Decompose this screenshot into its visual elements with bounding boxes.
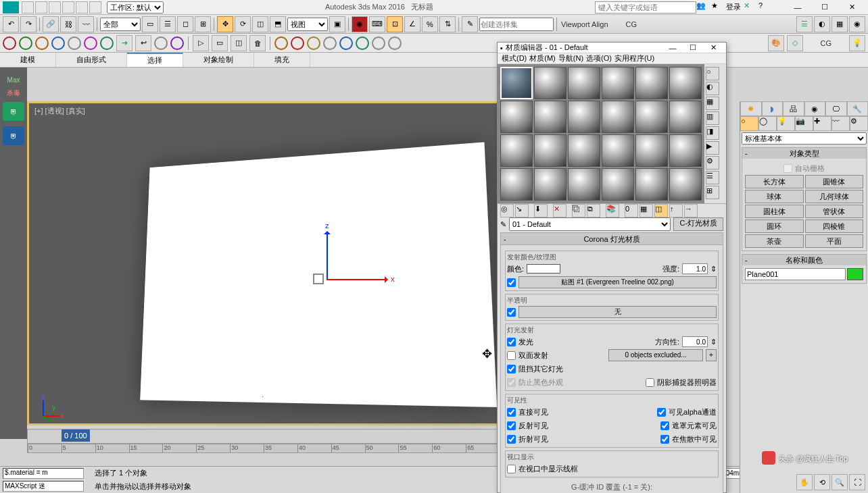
show-end-result-icon[interactable]: ◫ [654,204,668,217]
keyboard-shortcut-icon[interactable]: ⌨ [369,16,385,32]
object-type-header[interactable]: -对象类型 [742,148,866,159]
plugin-icon[interactable] [291,36,304,50]
geometry-type-dropdown[interactable]: 标准基本体 [742,132,867,145]
infocenter-icon[interactable]: 👥 [696,1,708,14]
pyramid-button[interactable]: 四棱锥 [805,219,864,233]
motion-tab-icon[interactable]: ◉ [804,101,826,116]
material-editor-icon[interactable]: ◉ [849,16,865,32]
backlight-icon[interactable]: ◐ [706,82,719,95]
exchange-icon[interactable]: ✕ [744,1,756,14]
material-slot[interactable] [635,101,668,133]
frame-indicator[interactable]: 0 / 100 [62,430,90,442]
material-editor-titlebar[interactable]: ▪ 材质编辑器 - 01 - Default — ☐ ✕ [498,43,726,53]
material-slot[interactable] [669,67,702,99]
plugin-icon[interactable] [170,36,184,50]
render-frame-icon[interactable]: ◇ [787,35,803,51]
rotate-icon[interactable]: ⟳ [235,16,251,32]
plugin-icon[interactable] [100,36,114,50]
material-slot[interactable] [602,67,634,99]
cylinder-button[interactable]: 圆柱体 [745,205,804,218]
region-icon[interactable]: ▭ [212,35,228,51]
ribbon-tab-populate[interactable]: 填充 [254,53,310,67]
sample-uv-icon[interactable]: ▥ [706,111,719,125]
ref-coord-system[interactable]: 视图 [287,18,328,31]
occlude-checkbox[interactable] [507,365,516,373]
get-material-icon[interactable]: ◎ [500,204,514,217]
pick-icon[interactable]: ✎ [500,220,506,229]
plugin-icon[interactable] [388,36,402,50]
material-map-nav-icon[interactable]: ⊞ [706,186,719,199]
open-icon[interactable] [35,1,47,14]
maximize-button[interactable]: ☐ [811,1,838,14]
schematic-icon[interactable]: ▦ [831,16,848,32]
menu-material[interactable]: 材质(M) [529,53,556,63]
gizmo-z-axis[interactable] [327,232,328,279]
material-slot[interactable] [568,67,600,99]
bind-icon[interactable]: 〰 [78,16,94,32]
trash-icon[interactable]: 🗑 [249,35,266,51]
select-by-name-icon[interactable]: ☰ [160,16,176,32]
ribbon-tab-objectpaint[interactable]: 对象绘制 [183,53,254,67]
teapot-button[interactable]: 茶壶 [745,234,804,248]
make-unique-icon[interactable]: ⧉ [587,204,600,217]
shield-blue-icon[interactable]: ⛨ [3,126,24,145]
plugin-icon[interactable] [51,36,65,50]
geosphere-button[interactable]: 几何球体 [805,190,864,203]
cone-button[interactable]: 圆锥体 [805,175,864,188]
background-icon[interactable]: ▦ [706,97,719,110]
save-icon[interactable] [49,1,61,14]
material-slot[interactable] [534,168,566,201]
cameras-icon[interactable]: 📷 [795,116,813,131]
material-slot[interactable] [568,101,600,133]
plugin-icon[interactable] [274,36,288,50]
geometry-icon[interactable]: ○ [740,116,758,131]
material-slot[interactable] [602,168,634,201]
display-tab-icon[interactable]: 🖵 [825,101,847,116]
link-icon[interactable] [89,1,101,14]
sphere-button[interactable]: 球体 [745,190,804,203]
plugin-icon[interactable] [356,36,369,50]
light-icon[interactable]: 💡 [849,35,865,51]
material-slot[interactable] [669,101,702,133]
viewport[interactable]: [+] [透视] [真实] z x z x y ✥ [27,101,500,425]
orbit-icon[interactable]: ⟲ [814,474,830,490]
new-icon[interactable] [22,1,34,14]
spacewarps-icon[interactable]: 〰 [831,116,850,131]
selection-filter[interactable]: 全部 [100,18,141,31]
translucency-enable-checkbox[interactable] [507,308,516,317]
material-slot[interactable] [534,67,566,99]
angle-snap-icon[interactable]: ∠ [404,16,420,32]
plugin-icon[interactable] [372,36,385,50]
emit-light-checkbox[interactable] [507,338,516,346]
undo-icon[interactable] [62,1,74,14]
max-toggle-icon[interactable]: ⛶ [849,474,865,490]
curve-editor-icon[interactable]: ◐ [814,16,830,32]
plugin-icon[interactable] [35,36,49,50]
excluded-objects-button[interactable]: 0 objects excluded... [608,349,703,361]
helpers-icon[interactable]: ✚ [813,116,831,131]
create-tab-icon[interactable]: ✸ [740,101,762,116]
select-by-mat-icon[interactable]: ☰ [706,171,719,184]
go-forward-icon[interactable]: → [684,204,698,217]
help-search-input[interactable] [595,1,696,14]
redo-icon[interactable]: ↷ [20,16,37,32]
torus-button[interactable]: 圆环 [745,219,804,233]
object-name-input[interactable] [745,268,846,280]
material-slot[interactable] [635,67,668,99]
menu-utilities[interactable]: 实用程序(U) [614,53,654,63]
render-setup-icon[interactable]: 🎨 [768,35,784,51]
link-icon[interactable]: 🔗 [43,16,59,32]
vis-refr-checkbox[interactable] [507,435,516,444]
color-swatch[interactable] [527,264,560,274]
utilities-tab-icon[interactable]: 🔧 [847,101,869,116]
maxscript-listener[interactable]: $.material = m [3,468,84,479]
menu-options[interactable]: 选项(O) [586,53,612,63]
go-parent-icon[interactable]: ↑ [669,204,683,217]
menu-navigate[interactable]: 导航(N) [558,53,583,63]
ribbon-tab-modeling[interactable]: 建模 [0,53,56,67]
name-color-header[interactable]: -名称和颜色 [742,255,866,265]
undo-icon[interactable]: ↶ [3,16,19,32]
redo-icon[interactable] [76,1,88,14]
minimize-button[interactable]: — [784,1,811,14]
pivot-icon[interactable]: ▣ [329,16,345,32]
